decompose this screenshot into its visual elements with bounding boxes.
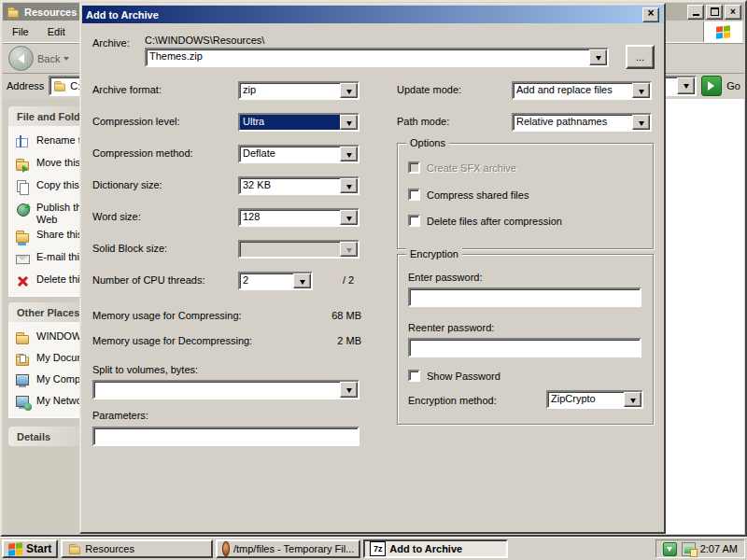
create-sfx-checkbox: Create SFX archive bbox=[408, 161, 516, 174]
tray-display-icon[interactable] bbox=[682, 542, 696, 556]
copy-icon bbox=[15, 179, 30, 194]
back-label[interactable]: Back bbox=[37, 53, 60, 64]
enter-password-input[interactable] bbox=[408, 287, 641, 307]
dropdown-button[interactable] bbox=[340, 178, 358, 193]
memory-decompress-label: Memory usage for Decompressing: bbox=[92, 335, 252, 346]
folder-icon bbox=[15, 330, 30, 345]
dropdown-button[interactable] bbox=[632, 83, 650, 98]
combo-value: Deflate bbox=[240, 147, 340, 161]
checkbox-box[interactable] bbox=[408, 215, 420, 227]
combo-value bbox=[94, 382, 340, 398]
combo-value bbox=[240, 242, 340, 257]
compress-shared-checkbox[interactable]: Compress shared files bbox=[408, 189, 529, 201]
share-icon bbox=[15, 229, 30, 244]
split-volumes-combo[interactable] bbox=[92, 380, 359, 399]
update-mode-select[interactable]: Add and replace files bbox=[512, 81, 652, 100]
folder-icon bbox=[7, 5, 20, 18]
checkbox-box[interactable] bbox=[408, 370, 420, 382]
combo-value: 32 KB bbox=[240, 178, 340, 193]
tray-update-icon[interactable] bbox=[663, 542, 677, 556]
path-mode-label: Path mode: bbox=[397, 116, 449, 127]
archive-format-select[interactable]: zip bbox=[238, 81, 359, 100]
chevron-down-icon bbox=[346, 153, 352, 161]
word-size-label: Word size: bbox=[92, 211, 141, 222]
explorer-title: Resources bbox=[24, 7, 77, 18]
back-dropdown-icon[interactable] bbox=[63, 57, 69, 63]
archive-name-combo[interactable]: Themes.zip bbox=[145, 48, 609, 67]
move-icon bbox=[15, 157, 30, 172]
combo-value: Relative pathnames bbox=[514, 115, 632, 130]
dropdown-button[interactable] bbox=[340, 147, 358, 161]
compression-level-select[interactable]: Ultra bbox=[238, 113, 359, 132]
chevron-down-icon bbox=[639, 121, 644, 129]
checkbox-box[interactable] bbox=[408, 189, 420, 201]
browse-button[interactable]: ... bbox=[626, 45, 655, 69]
cpu-threads-label: Number of CPU threads: bbox=[92, 274, 204, 286]
dropdown-button[interactable] bbox=[340, 382, 358, 398]
dropdown-button[interactable] bbox=[340, 210, 358, 225]
delete-icon bbox=[15, 273, 30, 288]
encryption-method-select[interactable]: ZipCrypto bbox=[546, 390, 643, 409]
memory-compress-label: Memory usage for Compressing: bbox=[92, 310, 242, 321]
combo-value: Ultra bbox=[240, 115, 340, 130]
publish-web-icon bbox=[15, 202, 30, 217]
memory-decompress-value: 2 MB bbox=[282, 335, 361, 346]
encryption-method-label: Encryption method: bbox=[408, 395, 497, 406]
word-size-select[interactable]: 128 bbox=[238, 208, 359, 227]
dropdown-button[interactable] bbox=[340, 83, 358, 98]
reenter-password-input[interactable] bbox=[408, 338, 641, 357]
dropdown-button[interactable] bbox=[632, 115, 650, 130]
close-button[interactable]: × bbox=[725, 5, 741, 20]
dictionary-size-select[interactable]: 32 KB bbox=[238, 176, 359, 195]
cpu-threads-select[interactable]: 2 bbox=[238, 272, 313, 290]
menu-file[interactable]: File bbox=[3, 23, 38, 40]
minimize-button[interactable] bbox=[687, 5, 704, 20]
path-mode-select[interactable]: Relative pathnames bbox=[512, 113, 652, 132]
close-icon: × bbox=[730, 7, 736, 17]
go-arrow-icon bbox=[708, 81, 719, 91]
task-label: /tmp/files - Temporary Fil... bbox=[233, 543, 354, 554]
checkbox-box bbox=[408, 161, 420, 174]
taskbar-task-resources[interactable]: Resources bbox=[61, 539, 213, 558]
dropdown-button[interactable] bbox=[293, 273, 311, 288]
minimize-icon bbox=[693, 14, 699, 16]
chevron-down-icon bbox=[346, 121, 352, 129]
compression-level-label: Compression level: bbox=[92, 116, 180, 127]
sevenzip-icon: 7z bbox=[370, 541, 386, 556]
start-button[interactable]: Start bbox=[2, 539, 58, 558]
memory-compress-value: 68 MB bbox=[282, 310, 361, 321]
menu-edit[interactable]: Edit bbox=[38, 23, 75, 40]
dialog-close-button[interactable]: × bbox=[642, 7, 659, 22]
dictionary-size-label: Dictionary size: bbox=[92, 179, 162, 190]
solid-block-size-select bbox=[238, 240, 359, 259]
dropdown-button[interactable] bbox=[624, 392, 641, 407]
compression-method-select[interactable]: Deflate bbox=[238, 145, 359, 163]
restore-button[interactable] bbox=[706, 5, 723, 20]
folder-icon bbox=[54, 79, 67, 92]
archive-path: C:\WINDOWS\Resources\ bbox=[145, 35, 264, 46]
checkbox-label: Show Password bbox=[427, 371, 500, 382]
chevron-down-icon bbox=[346, 248, 352, 256]
archive-name-dropdown[interactable] bbox=[589, 49, 607, 65]
back-arrow-icon bbox=[13, 54, 24, 63]
browse-label: ... bbox=[636, 51, 644, 63]
compression-method-label: Compression method: bbox=[92, 147, 193, 159]
show-password-checkbox[interactable]: Show Password bbox=[408, 370, 500, 382]
taskbar-task-add-to-archive[interactable]: 7z Add to Archive bbox=[363, 539, 508, 558]
dropdown-button[interactable] bbox=[340, 115, 358, 130]
my-network-icon bbox=[15, 395, 30, 410]
clock[interactable]: 2:07 AM bbox=[700, 543, 738, 554]
archive-name-value: Themes.zip bbox=[147, 49, 589, 65]
chevron-down-icon bbox=[684, 84, 689, 91]
address-dropdown-button[interactable] bbox=[677, 77, 695, 94]
dialog-titlebar[interactable]: Add to Archive × bbox=[82, 6, 663, 23]
delete-after-checkbox[interactable]: Delete files after compression bbox=[408, 215, 562, 227]
taskbar-task-temp-files[interactable]: /tmp/files - Temporary Fil... bbox=[216, 539, 360, 558]
caption-buttons: × bbox=[687, 5, 741, 20]
go-label[interactable]: Go bbox=[726, 80, 740, 91]
parameters-input[interactable] bbox=[92, 427, 359, 446]
go-button[interactable] bbox=[701, 76, 722, 96]
back-button[interactable] bbox=[8, 46, 34, 71]
restore-icon bbox=[711, 7, 719, 16]
encryption-group-title: Encryption bbox=[406, 248, 462, 259]
